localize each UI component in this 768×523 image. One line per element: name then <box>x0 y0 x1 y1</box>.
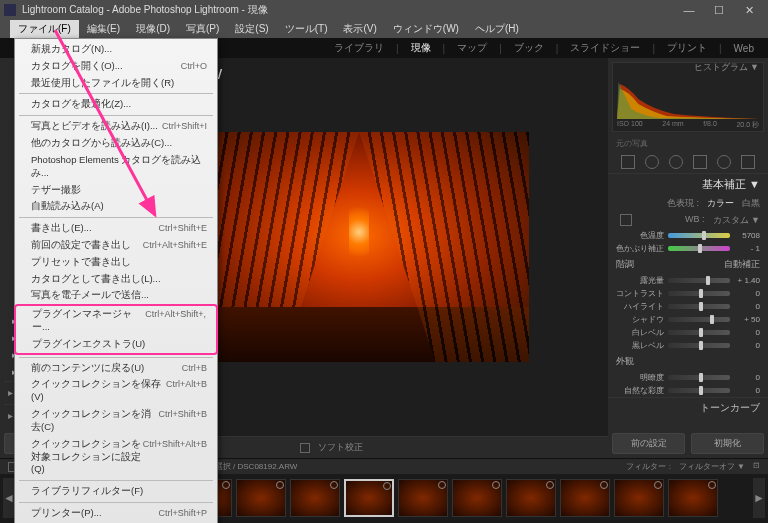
treatment-color[interactable]: カラー <box>707 197 734 210</box>
maximize-button[interactable]: ☐ <box>704 4 734 17</box>
thumbnail[interactable] <box>236 479 286 517</box>
presence-label: 外観 <box>616 355 634 368</box>
thumbnail[interactable] <box>506 479 556 517</box>
thumbnail[interactable] <box>614 479 664 517</box>
menu-5[interactable]: ツール(T) <box>277 20 336 38</box>
thumbnail[interactable] <box>668 479 718 517</box>
thumbnail[interactable] <box>344 479 394 517</box>
thumbnail[interactable] <box>398 479 448 517</box>
softproof-check[interactable] <box>300 443 310 453</box>
menuitem[interactable]: プリンター(P)...Ctrl+Shift+P <box>15 505 217 522</box>
menuitem[interactable]: 写真を電子メールで送信... <box>15 287 217 304</box>
module-現像[interactable]: 現像 <box>407 41 435 55</box>
wb-label: WB : <box>685 214 705 227</box>
title-text: Lightroom Catalog - Adobe Photoshop Ligh… <box>22 3 268 17</box>
menuitem[interactable]: Photoshop Elements カタログを読み込み... <box>15 152 217 182</box>
histogram-label: ヒストグラム ▼ <box>609 61 759 74</box>
tone-label: 階調 <box>616 258 634 271</box>
menuitem[interactable]: クイックコレクションを消去(C)Ctrl+Shift+B <box>15 406 217 436</box>
file-menu-dropdown: 新規カタログ(N)...カタログを開く(O)...Ctrl+O最近使用したファイ… <box>14 38 218 523</box>
menuitem[interactable]: カタログとして書き出し(L)... <box>15 271 217 288</box>
close-button[interactable]: ✕ <box>734 4 764 17</box>
treatment-bw[interactable]: 白黒 <box>742 197 760 210</box>
filter-off[interactable]: フィルターオフ ▼ <box>679 461 745 472</box>
thumbnail[interactable] <box>452 479 502 517</box>
slider-ハイライト[interactable]: ハイライト0 <box>608 300 768 313</box>
right-panel: ヒストグラム ▼ ISO 10024 mmf/8.020.0 秒 元の写真 基本… <box>608 58 768 458</box>
thumbnail[interactable] <box>290 479 340 517</box>
menuitem[interactable]: カタログを開く(O)...Ctrl+O <box>15 58 217 75</box>
menu-6[interactable]: 表示(V) <box>335 20 384 38</box>
filter-lock-icon[interactable]: ⊡ <box>753 461 760 472</box>
thumbnail[interactable] <box>560 479 610 517</box>
menu-1[interactable]: 編集(E) <box>79 20 128 38</box>
basic-panel-header[interactable]: 基本補正 ▼ <box>608 173 768 195</box>
treatment-label: 色表現 : <box>667 197 699 210</box>
menu-7[interactable]: ウィンドウ(W) <box>385 20 467 38</box>
wb-picker-icon[interactable] <box>620 214 632 226</box>
menuitem[interactable]: プラグインエクストラ(U) <box>16 336 216 353</box>
menuitem[interactable]: 前のコンテンツに戻る(U)Ctrl+B <box>15 360 217 377</box>
filter-label: フィルター : <box>626 461 670 472</box>
grad-tool-icon[interactable] <box>693 155 707 169</box>
menuitem[interactable]: 前回の設定で書き出しCtrl+Alt+Shift+E <box>15 237 217 254</box>
menu-2[interactable]: 現像(D) <box>128 20 178 38</box>
menuitem[interactable]: 最近使用したファイルを開く(R) <box>15 75 217 92</box>
slider-シャドウ[interactable]: シャドウ+ 50 <box>608 313 768 326</box>
tonecurve-header[interactable]: トーンカーブ <box>608 397 768 418</box>
module-スライドショー[interactable]: スライドショー <box>566 41 644 55</box>
softproof-label: ソフト校正 <box>318 441 363 454</box>
slider-露光量[interactable]: 露光量+ 1.40 <box>608 274 768 287</box>
menuitem[interactable]: 書き出し(E)...Ctrl+Shift+E <box>15 220 217 237</box>
slider-コントラスト[interactable]: コントラスト0 <box>608 287 768 300</box>
previous-button[interactable]: 前の設定 <box>612 433 685 454</box>
main-photo[interactable] <box>189 132 529 362</box>
module-プリント[interactable]: プリント <box>663 41 711 55</box>
module-ライブラリ[interactable]: ライブラリ <box>330 41 388 55</box>
auto-tone-button[interactable]: 自動補正 <box>724 258 760 271</box>
menuitem[interactable]: プラグインマネージャー...Ctrl+Alt+Shift+, <box>16 306 216 336</box>
menuitem[interactable]: 新規カタログ(N)... <box>15 41 217 58</box>
slider-黒レベル[interactable]: 黒レベル0 <box>608 339 768 352</box>
menuitem[interactable]: クイックコレクションを保存(V)Ctrl+Alt+B <box>15 376 217 406</box>
menu-0[interactable]: ファイル(F) <box>10 20 79 38</box>
module-Web[interactable]: Web <box>730 43 758 54</box>
slider-自然な彩度[interactable]: 自然な彩度0 <box>608 384 768 397</box>
menuitem[interactable]: 写真とビデオを読み込み(I)...Ctrl+Shift+I <box>15 118 217 135</box>
histogram[interactable]: ヒストグラム ▼ ISO 10024 mmf/8.020.0 秒 <box>612 62 764 132</box>
menu-8[interactable]: ヘルプ(H) <box>467 20 527 38</box>
crop-tool-icon[interactable] <box>621 155 635 169</box>
slider-明瞭度[interactable]: 明瞭度0 <box>608 371 768 384</box>
app-icon <box>4 4 16 16</box>
menuitem[interactable]: 自動読み込み(A) <box>15 198 217 215</box>
redeye-tool-icon[interactable] <box>669 155 683 169</box>
wb-preset[interactable]: カスタム ▼ <box>713 214 760 227</box>
slider-白レベル[interactable]: 白レベル0 <box>608 326 768 339</box>
module-マップ[interactable]: マップ <box>453 41 491 55</box>
spot-tool-icon[interactable] <box>645 155 659 169</box>
menuitem[interactable]: カタログを最適化(Z)... <box>15 96 217 113</box>
slider-色温度[interactable]: 色温度5708 <box>608 229 768 242</box>
reset-button[interactable]: 初期化 <box>691 433 764 454</box>
menuitem[interactable]: ライブラリフィルター(F) <box>15 483 217 500</box>
menuitem[interactable]: テザー撮影 <box>15 182 217 199</box>
slider-色かぶり補正[interactable]: 色かぶり補正- 1 <box>608 242 768 255</box>
brush-tool-icon[interactable] <box>741 155 755 169</box>
menuitem[interactable]: 他のカタログから読み込み(C)... <box>15 135 217 152</box>
filmstrip-right[interactable]: ► <box>753 478 765 518</box>
menuitem[interactable]: クイックコレクションを対象コレクションに設定(Q)Ctrl+Shift+Alt+… <box>15 436 217 478</box>
minimize-button[interactable]: — <box>674 4 704 16</box>
menu-4[interactable]: 設定(S) <box>227 20 276 38</box>
module-ブック[interactable]: ブック <box>510 41 548 55</box>
menu-3[interactable]: 写真(P) <box>178 20 227 38</box>
menubar: ファイル(F)編集(E)現像(D)写真(P)設定(S)ツール(T)表示(V)ウィ… <box>0 20 768 38</box>
menuitem[interactable]: プリセットで書き出し <box>15 254 217 271</box>
radial-tool-icon[interactable] <box>717 155 731 169</box>
original-label: 元の写真 <box>608 136 768 151</box>
